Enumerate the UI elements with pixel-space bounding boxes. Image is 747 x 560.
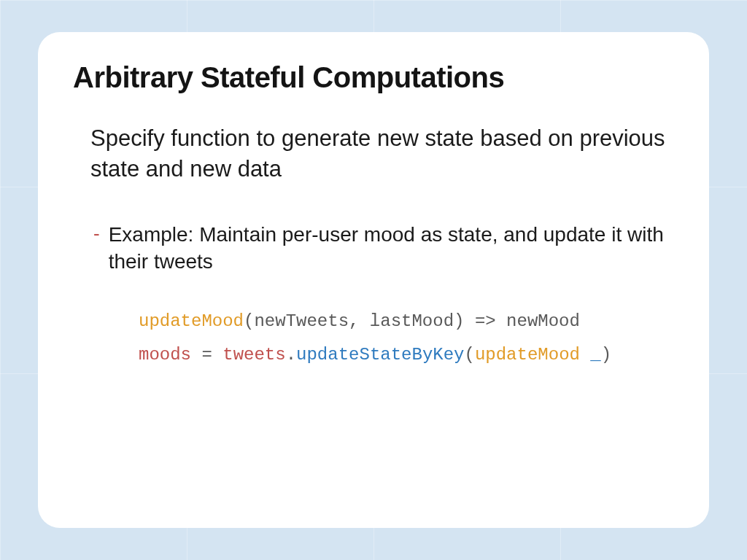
slide-title: Arbitrary Stateful Computations: [73, 61, 674, 94]
code-token: updateMood: [475, 345, 590, 365]
code-line-1: updateMood(newTweets, lastMood) => newMo…: [139, 305, 674, 338]
code-token: updateStateByKey: [296, 345, 464, 365]
code-token: updateMood: [139, 311, 244, 331]
code-token: (: [465, 345, 475, 365]
example-text: Example: Maintain per-user mood as state…: [109, 221, 674, 276]
code-token: tweets: [222, 345, 285, 365]
code-token: (newTweets, lastMood) => newMood: [244, 311, 580, 331]
code-line-2: moods = tweets.updateStateByKey(updateMo…: [139, 338, 674, 372]
slide-subtitle: Specify function to generate new state b…: [90, 123, 674, 184]
code-token: =: [201, 345, 222, 365]
example-bullet-row: - Example: Maintain per-user mood as sta…: [93, 221, 674, 276]
code-token: .: [286, 345, 296, 365]
slide-card: Arbitrary Stateful Computations Specify …: [38, 32, 709, 528]
code-token: _: [590, 345, 600, 365]
code-token: moods: [139, 345, 201, 365]
bullet-dash: -: [93, 221, 100, 246]
code-block: updateMood(newTweets, lastMood) => newMo…: [139, 305, 674, 371]
code-token: ): [601, 345, 611, 365]
